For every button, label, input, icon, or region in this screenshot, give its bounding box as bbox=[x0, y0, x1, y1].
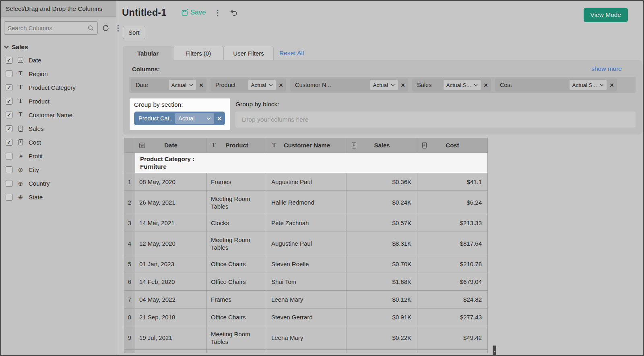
customer-cell[interactable]: Leena Mary bbox=[267, 326, 347, 350]
sort-button[interactable]: Sort bbox=[123, 26, 145, 39]
tab-filters-0-[interactable]: Filters (0) bbox=[173, 46, 223, 60]
date-cell[interactable]: 04 May, 2022 bbox=[135, 291, 207, 308]
column-item-city[interactable]: ⊕City bbox=[1, 163, 116, 176]
customer-cell[interactable]: Steven Gerrard bbox=[267, 308, 347, 326]
date-cell[interactable]: 14 Feb, 2020 bbox=[135, 273, 207, 291]
checkbox[interactable] bbox=[6, 70, 12, 77]
checkbox[interactable]: ✓ bbox=[6, 139, 12, 146]
column-item-customer-name[interactable]: ✓TCustomer Name bbox=[1, 108, 116, 122]
search-input[interactable] bbox=[8, 25, 88, 31]
cost-cell[interactable]: $679.04 bbox=[417, 273, 488, 291]
sales-cell[interactable]: $0.12K bbox=[347, 291, 417, 308]
header-sales[interactable]: Sales bbox=[347, 138, 417, 153]
search-box[interactable] bbox=[4, 21, 98, 35]
column-chip-date[interactable]: DateActual× bbox=[131, 79, 206, 91]
checkbox[interactable]: ✓ bbox=[6, 84, 12, 91]
sales-cell[interactable]: $1.68K bbox=[347, 273, 417, 291]
cost-cell[interactable]: $6.24 bbox=[417, 350, 488, 354]
column-item-date[interactable]: ✓17Date bbox=[1, 53, 116, 67]
aggregation-dropdown[interactable]: Actual,S... bbox=[444, 80, 481, 90]
product-cell[interactable]: Meeting Room Tables bbox=[207, 191, 267, 214]
tab-user-filters[interactable]: User Filters bbox=[223, 46, 274, 60]
cost-cell[interactable]: $41.1 bbox=[417, 173, 488, 191]
aggregation-dropdown[interactable]: Actual bbox=[175, 113, 214, 124]
view-mode-button[interactable]: View Mode bbox=[584, 8, 628, 22]
product-cell[interactable]: Clocks bbox=[207, 214, 267, 232]
checkbox[interactable]: ✓ bbox=[6, 112, 12, 118]
cost-cell[interactable]: $817.64 bbox=[417, 232, 488, 255]
customer-cell[interactable]: Steven Roelle bbox=[267, 255, 347, 273]
checkbox[interactable]: ✓ bbox=[6, 98, 12, 105]
checkbox[interactable] bbox=[6, 194, 12, 201]
remove-icon[interactable]: × bbox=[484, 82, 488, 89]
checkbox[interactable] bbox=[6, 166, 12, 173]
customer-cell[interactable]: Hallie Redmond bbox=[267, 191, 347, 214]
header-customer-name[interactable]: TCustomer Name bbox=[267, 138, 347, 153]
customer-cell[interactable]: Augustine Paul bbox=[267, 173, 347, 191]
drop-zone[interactable]: Drop your columns here bbox=[235, 112, 636, 128]
cost-cell[interactable]: $213.33 bbox=[417, 214, 488, 232]
column-chip-customer-n-[interactable]: Customer N...Actual× bbox=[290, 79, 408, 91]
product-cell[interactable]: Office Chairs bbox=[207, 308, 267, 326]
date-cell[interactable]: 19 Jul, 2021 bbox=[135, 326, 207, 350]
sales-cell[interactable]: $0.70K bbox=[347, 255, 417, 273]
cost-cell[interactable]: $6.24 bbox=[417, 191, 488, 214]
remove-icon[interactable]: × bbox=[217, 115, 221, 122]
undo-icon[interactable] bbox=[229, 9, 238, 16]
reset-all-link[interactable]: Reset All bbox=[279, 50, 304, 57]
aggregation-dropdown[interactable]: Actual,S... bbox=[570, 80, 607, 90]
date-cell[interactable]: 01 Jan, 2023 bbox=[135, 255, 207, 273]
column-item-profit[interactable]: .#Profit bbox=[1, 149, 116, 163]
cost-cell[interactable]: $210.78 bbox=[417, 255, 488, 273]
column-item-product[interactable]: ✓TProduct bbox=[1, 94, 116, 108]
product-cell[interactable]: Frames bbox=[207, 291, 267, 308]
save-button[interactable]: * Save bbox=[181, 8, 206, 17]
table-group-sales[interactable]: Sales bbox=[1, 38, 116, 53]
column-item-product-category[interactable]: ✓TProduct Category bbox=[1, 81, 116, 94]
customer-cell[interactable]: Pete Zachriah bbox=[267, 214, 347, 232]
header-product[interactable]: TProduct bbox=[207, 138, 267, 153]
cost-cell[interactable]: $24.82 bbox=[417, 291, 488, 308]
header-cost[interactable]: Cost bbox=[417, 138, 488, 153]
checkbox[interactable] bbox=[6, 180, 12, 187]
remove-icon[interactable]: × bbox=[279, 82, 283, 89]
date-cell[interactable]: 21 Sep, 2018 bbox=[135, 308, 207, 326]
column-item-country[interactable]: ⊕Country bbox=[1, 176, 116, 190]
date-cell[interactable]: 08 May, 2020 bbox=[135, 173, 207, 191]
remove-icon[interactable]: × bbox=[610, 82, 614, 89]
checkbox[interactable] bbox=[6, 153, 12, 159]
sales-cell[interactable]: $0.36K bbox=[347, 173, 417, 191]
column-item-state[interactable]: ⊕State bbox=[1, 190, 116, 204]
product-cell[interactable]: Frames bbox=[207, 173, 267, 191]
date-cell[interactable]: 01 Dec, 2020 bbox=[135, 350, 207, 354]
customer-cell[interactable]: Augustine Paul bbox=[267, 232, 347, 255]
show-more-link[interactable]: show more bbox=[591, 65, 622, 72]
checkbox[interactable]: ✓ bbox=[6, 57, 12, 64]
date-cell[interactable]: 12 May, 2020 bbox=[135, 232, 207, 255]
aggregation-dropdown[interactable]: Actual bbox=[169, 80, 196, 90]
header-date[interactable]: 17Date bbox=[135, 138, 207, 153]
group-row-cell[interactable]: Product Category :Furniture bbox=[135, 153, 488, 173]
sales-cell[interactable]: $8.31K bbox=[347, 232, 417, 255]
aggregation-dropdown[interactable]: Actual bbox=[248, 80, 276, 90]
product-cell[interactable]: Office Chairs bbox=[207, 273, 267, 291]
product-cell[interactable]: Office Chairs bbox=[207, 255, 267, 273]
more-options-icon[interactable]: ⋮ bbox=[213, 8, 222, 17]
column-chip-cost[interactable]: CostActual,S...× bbox=[495, 79, 617, 91]
aggregation-dropdown[interactable]: Actual bbox=[370, 80, 398, 90]
sales-cell[interactable]: $0.91K bbox=[347, 308, 417, 326]
group-by-section-chip[interactable]: Product Cat... Actual × bbox=[134, 112, 225, 125]
sales-cell[interactable]: $0.24K bbox=[347, 350, 417, 354]
table-scrollbar-handle[interactable]: ◂ bbox=[493, 346, 496, 356]
column-chip-sales[interactable]: SalesActual,S...× bbox=[412, 79, 491, 91]
remove-icon[interactable]: × bbox=[199, 82, 203, 89]
cost-cell[interactable]: $49.42 bbox=[417, 326, 488, 350]
column-item-sales[interactable]: ✓Sales bbox=[1, 122, 116, 135]
tab-tabular[interactable]: Tabular bbox=[123, 46, 173, 60]
customer-cell[interactable]: Leena Mary bbox=[267, 291, 347, 308]
column-item-cost[interactable]: ✓Cost bbox=[1, 135, 116, 149]
customer-cell[interactable]: Shui Tom bbox=[267, 273, 347, 291]
remove-icon[interactable]: × bbox=[401, 82, 405, 89]
product-cell[interactable]: Meeting Room Tables bbox=[207, 326, 267, 350]
customer-cell[interactable]: Hallie Redmond bbox=[267, 350, 347, 354]
